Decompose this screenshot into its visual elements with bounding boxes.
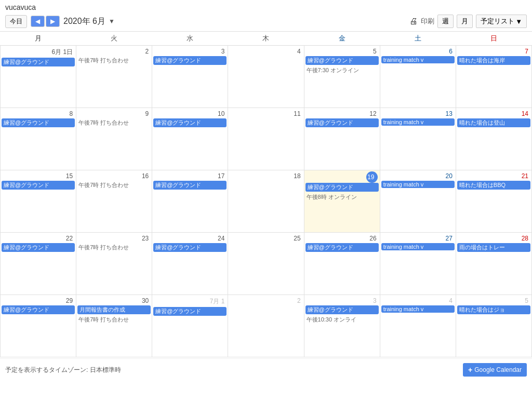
- event[interactable]: 練習@グラウンド: [2, 305, 75, 314]
- event[interactable]: 晴れた場合はBBQ: [457, 181, 530, 190]
- calendar-cell[interactable]: 16午後7時 打ち合わせ: [76, 170, 152, 233]
- month-dropdown[interactable]: ▼: [109, 18, 115, 25]
- calendar: 月火水木金土日 6月 1日練習@グラウンド2午後7時 打ち合わせ3練習@グラウン…: [0, 32, 532, 357]
- calendar-cell[interactable]: 12練習@グラウンド: [304, 108, 380, 170]
- calendar-cell[interactable]: 4training match v: [380, 295, 456, 357]
- calendar-cell[interactable]: 28雨の場合はトレー: [456, 233, 531, 295]
- day-number: 24: [153, 234, 227, 243]
- event[interactable]: training match v: [381, 118, 455, 126]
- calendar-cell[interactable]: 26練習@グラウンド: [304, 233, 380, 295]
- event[interactable]: 練習@グラウンド: [2, 118, 75, 127]
- calendar-cell[interactable]: 9午後7時 打ち合わせ: [76, 108, 152, 170]
- event[interactable]: 練習@グラウンド: [305, 305, 379, 314]
- event-text[interactable]: 午後8時 オンライン: [305, 194, 357, 200]
- calendar-cell[interactable]: 7晴れた場合は海岸: [456, 46, 531, 108]
- event[interactable]: training match v: [381, 181, 455, 188]
- prev-button[interactable]: ◀: [31, 16, 45, 27]
- calendar-cell[interactable]: 17練習@グラウンド: [152, 170, 228, 233]
- day-number: 4: [229, 47, 302, 56]
- event[interactable]: 練習@グラウンド: [2, 181, 75, 190]
- col-header-日: 日: [456, 32, 531, 46]
- calendar-cell[interactable]: 27training match v: [380, 233, 456, 295]
- event[interactable]: 練習@グラウンド: [153, 56, 227, 65]
- calendar-cell[interactable]: 11: [228, 108, 304, 170]
- calendar-cell[interactable]: 22練習@グラウンド: [1, 233, 76, 295]
- event[interactable]: 練習@グラウンド: [2, 243, 75, 252]
- event[interactable]: 晴れた場合は登山: [457, 118, 530, 127]
- event[interactable]: 晴れた場合は海岸: [457, 56, 530, 65]
- day-number: 28: [457, 234, 530, 243]
- event-text[interactable]: 午後7時 打ち合わせ: [77, 244, 129, 250]
- calendar-cell[interactable]: 5晴れた場合はジョ: [456, 295, 531, 357]
- calendar-cell[interactable]: 30月間報告書の作成午後7時 打ち合わせ: [76, 295, 152, 357]
- event[interactable]: 練習@グラウンド: [305, 118, 379, 127]
- event[interactable]: 練習@グラウンド: [153, 181, 227, 190]
- calendar-cell[interactable]: 13training match v: [380, 108, 456, 170]
- next-button[interactable]: ▶: [46, 16, 60, 27]
- event[interactable]: 雨の場合はトレー: [457, 243, 530, 252]
- event[interactable]: 練習@グラウンド: [305, 183, 379, 192]
- calendar-cell[interactable]: 19練習@グラウンド午後8時 オンライン: [304, 170, 380, 233]
- calendar-cell[interactable]: 20training match v: [380, 170, 456, 233]
- google-calendar-button[interactable]: + Google Calendar: [463, 363, 527, 377]
- event[interactable]: 晴れた場合はジョ: [457, 305, 530, 314]
- event[interactable]: 練習@グラウンド: [305, 56, 379, 65]
- print-button[interactable]: 印刷: [421, 17, 434, 26]
- calendar-cell[interactable]: 6training match v: [380, 46, 456, 108]
- calendar-cell[interactable]: 18: [228, 170, 304, 233]
- day-number: 14: [457, 109, 530, 118]
- event-text[interactable]: 午後7時 打ち合わせ: [77, 316, 129, 323]
- day-number: 3: [153, 47, 227, 56]
- calendar-cell[interactable]: 2: [228, 295, 304, 357]
- col-header-木: 木: [228, 32, 304, 46]
- day-number: 30: [77, 296, 151, 305]
- event[interactable]: training match v: [381, 305, 455, 313]
- calendar-cell[interactable]: 8練習@グラウンド: [1, 108, 76, 170]
- schedule-button[interactable]: 予定リスト ▼: [476, 15, 527, 28]
- calendar-cell[interactable]: 15練習@グラウンド: [1, 170, 76, 233]
- event-text[interactable]: 午後7時 打ち合わせ: [77, 119, 129, 126]
- event[interactable]: training match v: [381, 243, 455, 250]
- month-view-button[interactable]: 月: [457, 15, 473, 28]
- event[interactable]: 練習@グラウンド: [153, 307, 227, 316]
- event[interactable]: 月間報告書の作成: [77, 305, 151, 314]
- event[interactable]: 練習@グラウンド: [153, 243, 227, 252]
- event[interactable]: training match v: [381, 56, 455, 63]
- event-text[interactable]: 午後7時 打ち合わせ: [77, 57, 129, 63]
- calendar-cell[interactable]: 23午後7時 打ち合わせ: [76, 233, 152, 295]
- day-number: 13: [381, 109, 455, 118]
- day-number: 6月 1日: [2, 47, 75, 58]
- calendar-cell[interactable]: 7月 1練習@グラウンド: [152, 295, 228, 357]
- week-view-button[interactable]: 週: [437, 15, 454, 28]
- day-number: 11: [229, 109, 302, 118]
- month-label: 2020年 6月: [63, 16, 105, 27]
- day-number: 18: [229, 171, 302, 181]
- day-number: 5: [305, 47, 379, 56]
- event-text[interactable]: 午後7:30 オンライン: [305, 67, 359, 73]
- event[interactable]: 練習@グラウンド: [2, 58, 75, 66]
- calendar-cell[interactable]: 25: [228, 233, 304, 295]
- col-header-水: 水: [152, 32, 228, 46]
- calendar-cell[interactable]: 6月 1日練習@グラウンド: [1, 46, 76, 108]
- calendar-cell[interactable]: 10練習@グラウンド: [152, 108, 228, 170]
- calendar-cell[interactable]: 4: [228, 46, 304, 108]
- event-text[interactable]: 午後10:30 オンライ: [305, 316, 357, 323]
- calendar-cell[interactable]: 3練習@グラウンド: [152, 46, 228, 108]
- app-title: vucavuca: [0, 0, 532, 12]
- calendar-cell[interactable]: 2午後7時 打ち合わせ: [76, 46, 152, 108]
- today-button[interactable]: 今日: [5, 15, 27, 28]
- calendar-cell[interactable]: 21晴れた場合はBBQ: [456, 170, 531, 233]
- calendar-cell[interactable]: 24練習@グラウンド: [152, 233, 228, 295]
- day-number: 17: [153, 171, 227, 181]
- event[interactable]: 練習@グラウンド: [153, 118, 227, 127]
- calendar-cell[interactable]: 3練習@グラウンド午後10:30 オンライ: [304, 295, 380, 357]
- day-number: 3: [305, 296, 379, 305]
- calendar-cell[interactable]: 14晴れた場合は登山: [456, 108, 531, 170]
- event-text[interactable]: 午後7時 打ち合わせ: [77, 182, 129, 188]
- col-header-火: 火: [76, 32, 152, 46]
- calendar-cell[interactable]: 29練習@グラウンド: [1, 295, 76, 357]
- event[interactable]: 練習@グラウンド: [305, 243, 379, 252]
- calendar-cell[interactable]: 5練習@グラウンド午後7:30 オンライン: [304, 46, 380, 108]
- day-number: 29: [2, 296, 75, 305]
- timezone-label: 予定を表示するタイムゾーン: 日本標準時: [5, 366, 121, 374]
